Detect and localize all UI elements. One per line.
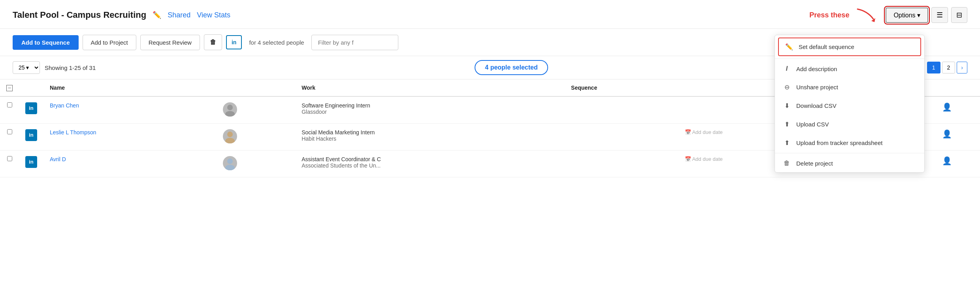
filter-input[interactable] (311, 35, 398, 50)
showing-text: Showing 1-25 of 31 (45, 64, 96, 71)
dropdown-divider (775, 58, 924, 59)
work-cell: Software Engineering Intern Glassdoor (295, 96, 565, 124)
dropdown-item-download-csv[interactable]: ⬇ Download CSV (775, 96, 924, 115)
split-icon: ⊟ (956, 11, 962, 19)
selected-text: for 4 selected people (249, 39, 304, 46)
sequence-cell (565, 150, 678, 177)
linkedin-cell[interactable]: in (19, 150, 43, 177)
avatar (223, 129, 237, 143)
linkedin-badge[interactable]: in (25, 102, 37, 114)
work-company: Glassdoor (302, 109, 558, 115)
work-cell: Social Media Marketing Intern Habit Hack… (295, 123, 565, 150)
dropdown-item-label: Add description (796, 66, 837, 72)
row-checkbox-cell[interactable] (0, 150, 19, 177)
trash-icon: 🗑 (210, 39, 216, 45)
dropdown-item-label: Unshare project (796, 84, 838, 90)
delete-button[interactable]: 🗑 (204, 34, 222, 50)
work-title: Software Engineering Intern (302, 102, 558, 109)
list-view-button[interactable]: ☰ (931, 7, 948, 23)
work-cell: Assistant Event Coordinator & C Associat… (295, 150, 565, 177)
avatar-column-header (217, 79, 295, 96)
split-view-button[interactable]: ⊟ (951, 7, 967, 23)
dropdown-divider (775, 153, 924, 153)
header-left: Talent Pool - Campus Recruiting ✏️ Share… (13, 10, 230, 20)
dropdown-item-add-description[interactable]: I Add description (775, 60, 924, 78)
dropdown-item-unshare-project[interactable]: ⊖ Unshare project (775, 78, 924, 96)
options-dropdown: ✏️ Set default sequence I Add descriptio… (775, 35, 925, 173)
dropdown-item-label: Upload from tracker spreadsheet (796, 139, 882, 146)
request-review-button[interactable]: Request Review (140, 35, 200, 50)
work-company: Habit Hackers (302, 136, 558, 142)
dropdown-item-label: Delete project (796, 160, 833, 167)
press-these-label: Press these (809, 11, 849, 19)
upload-icon: ⬆ (783, 121, 791, 128)
edit-sequence-icon: ✏️ (785, 43, 793, 51)
page-2-button[interactable]: 2 (942, 62, 956, 73)
dropdown-item-upload-csv[interactable]: ⬆ Upload CSV (775, 115, 924, 134)
arrow-icon (856, 7, 879, 23)
work-title: Social Media Marketing Intern (302, 129, 558, 136)
select-all-header[interactable] (0, 79, 19, 96)
linkedin-cell[interactable]: in (19, 123, 43, 150)
work-company: Associated Students of the Un... (302, 162, 558, 169)
svg-point-4 (225, 138, 235, 143)
person-name-link[interactable]: Leslie L Thompson (50, 129, 96, 136)
work-column-header[interactable]: Work (295, 79, 565, 96)
svg-point-6 (225, 165, 235, 170)
unshare-icon: ⊖ (783, 83, 791, 91)
dropdown-item-label: Set default sequence (799, 43, 854, 50)
dropdown-item-delete-project[interactable]: 🗑 Delete project (775, 154, 924, 172)
page-container: Talent Pool - Campus Recruiting ✏️ Share… (0, 0, 980, 290)
linkedin-badge[interactable]: in (25, 156, 37, 168)
list-icon: ☰ (937, 11, 943, 19)
add-project-button[interactable]: Add to Project (83, 35, 136, 50)
linkedin-badge[interactable]: in (25, 129, 37, 141)
row-checkbox-cell[interactable] (0, 96, 19, 124)
header-right: Press these Options ▾ ☰ ⊟ (809, 7, 967, 23)
description-icon: I (783, 65, 791, 72)
row-checkbox[interactable] (7, 102, 12, 107)
avatar (223, 156, 237, 170)
name-cell[interactable]: Avril D (43, 150, 217, 177)
upload-tracker-icon: ⬆ (783, 139, 791, 147)
page-title: Talent Pool - Campus Recruiting (13, 10, 146, 20)
work-title: Assistant Event Coordinator & C (302, 156, 558, 162)
person-name-link[interactable]: Bryan Chen (50, 102, 79, 109)
row-checkbox-cell[interactable] (0, 123, 19, 150)
name-cell[interactable]: Bryan Chen (43, 96, 217, 124)
row-checkbox[interactable] (7, 129, 12, 134)
edit-icon[interactable]: ✏️ (153, 11, 161, 19)
page-next-button[interactable]: › (957, 62, 967, 73)
svg-point-3 (227, 132, 233, 137)
person-name-link[interactable]: Avril D (50, 156, 66, 162)
per-page-select[interactable]: 25 ▾ 50 100 (13, 61, 40, 74)
row-checkbox[interactable] (7, 156, 12, 161)
name-column-header[interactable]: Name (43, 79, 217, 96)
dropdown-item-set-default-sequence[interactable]: ✏️ Set default sequence (778, 38, 921, 56)
avatar (223, 102, 237, 117)
pagination-left: 25 ▾ 50 100 Showing 1-25 of 31 (13, 61, 96, 74)
options-button[interactable]: Options ▾ (886, 8, 928, 23)
user-icon: 👤 (942, 130, 952, 138)
page-1-button[interactable]: 1 (927, 62, 940, 73)
delete-project-icon: 🗑 (783, 160, 791, 167)
linkedin-button[interactable]: in (226, 35, 242, 49)
name-cell[interactable]: Leslie L Thompson (43, 123, 217, 150)
view-stats-link[interactable]: View Stats (197, 11, 230, 19)
linkedin-icon: in (232, 39, 236, 45)
user-icon: 👤 (942, 103, 952, 111)
pagination-right: 1 2 › (927, 62, 967, 73)
avatar-cell (217, 150, 295, 177)
dropdown-item-label: Upload CSV (796, 121, 829, 128)
header: Talent Pool - Campus Recruiting ✏️ Share… (0, 0, 980, 29)
dropdown-item-upload-tracker[interactable]: ⬆ Upload from tracker spreadsheet (775, 134, 924, 152)
linkedin-column-header (19, 79, 43, 96)
shared-link[interactable]: Shared (168, 11, 190, 19)
linkedin-cell[interactable]: in (19, 96, 43, 124)
add-sequence-button[interactable]: Add to Sequence (13, 35, 79, 50)
svg-point-1 (227, 105, 233, 110)
sequence-cell (565, 123, 678, 150)
select-all-checkbox[interactable] (6, 85, 13, 91)
sequence-cell (565, 96, 678, 124)
sequence-column-header[interactable]: Sequence (565, 79, 678, 96)
